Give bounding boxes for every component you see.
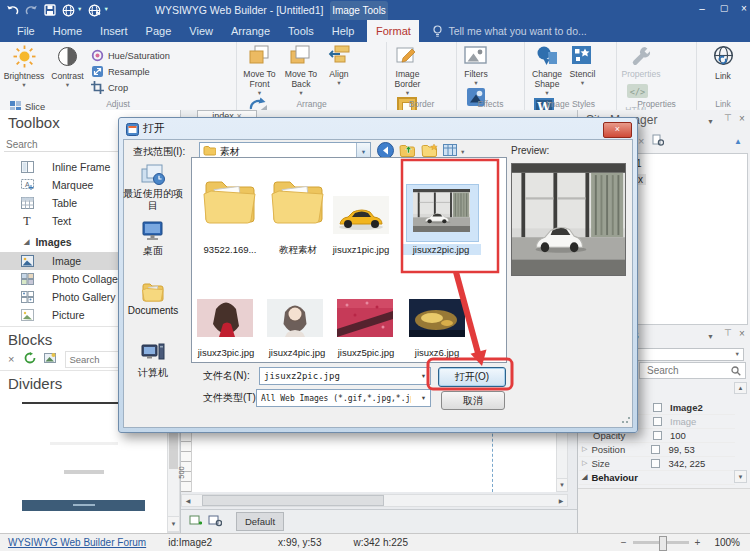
site-manager-pin-icon[interactable]: ⊤ [724, 113, 732, 123]
publish-globe-icon[interactable] [88, 4, 101, 17]
file-thumb-jisuxz4[interactable] [267, 299, 323, 337]
maximize-button[interactable]: ▢ [716, 3, 732, 13]
place-documents[interactable]: Documents [121, 281, 185, 316]
place-desktop[interactable]: 桌面 [121, 220, 185, 258]
resample-button[interactable]: Resample [91, 64, 170, 79]
save-icon[interactable] [44, 4, 56, 16]
file-name-label[interactable]: jisuxz6.jpg [407, 347, 467, 358]
canvas-scroll-down-icon[interactable]: ▼ [556, 478, 568, 492]
canvas-hscroll-thumb[interactable] [202, 495, 384, 506]
blocks-clear-icon[interactable]: × [8, 353, 14, 365]
property-row-position[interactable]: ▷Position99, 53 [579, 442, 735, 457]
file-name-label[interactable]: jisuxz5pic.jpg [333, 347, 399, 358]
expander-icon[interactable]: ▷ [582, 459, 587, 467]
file-name-label[interactable]: jisuxz1pic.jpg [327, 244, 395, 255]
file-folder-93522[interactable] [201, 172, 259, 230]
image-border-button[interactable]: Image Border▼ [391, 44, 424, 96]
blocks-image-icon[interactable] [44, 350, 57, 368]
file-thumb-jisuxz2-selected[interactable] [413, 189, 470, 232]
preview-globe-icon[interactable] [62, 4, 75, 17]
menu-file[interactable]: File [8, 20, 44, 42]
crop-button[interactable]: Crop [91, 80, 170, 95]
properties-search-input[interactable] [640, 364, 725, 377]
dialog-close-button[interactable]: × [603, 122, 632, 138]
site-manager-scroll-up-icon[interactable]: ▲ [734, 137, 742, 146]
context-tab-image-tools[interactable]: Image Tools [330, 1, 388, 20]
hue-saturation-button[interactable]: Hue/Saturation [91, 48, 170, 63]
stencil-button[interactable]: Stencil▼ [569, 44, 595, 86]
minimize-button[interactable]: – [694, 3, 710, 14]
file-name-label[interactable]: jisuxz3pic.jpg [193, 347, 259, 358]
file-name-label[interactable]: 教程素材 [265, 244, 331, 257]
property-section-behaviour[interactable]: ◢Behaviour [579, 470, 735, 485]
resize-grip[interactable] [621, 414, 631, 424]
menu-view[interactable]: View [180, 20, 222, 42]
open-button[interactable]: 打开(O) [438, 367, 506, 387]
canvas-scroll-left-icon[interactable]: ◀ [182, 497, 194, 504]
redo-icon[interactable] [25, 4, 38, 16]
properties-scroll-down-icon[interactable]: ▼ [734, 470, 747, 483]
move-to-back-button[interactable]: Move To Back▼ [282, 44, 319, 96]
menu-insert[interactable]: Insert [91, 20, 137, 42]
file-thumb-jisuxz5[interactable] [337, 299, 393, 337]
menu-tools[interactable]: Tools [279, 20, 323, 42]
place-recent[interactable]: 最近使用的项目 [121, 162, 185, 211]
page-properties-icon[interactable] [652, 132, 664, 150]
breakpoint-tab-default[interactable]: Default [236, 512, 284, 531]
file-type-caret-icon[interactable]: ▼ [417, 390, 430, 406]
forum-link[interactable]: WYSIWYG Web Builder Forum [8, 537, 146, 548]
file-name-combo[interactable]: jisuxz2pic.jpg ▼ [259, 367, 431, 385]
file-thumb-jisuxz1[interactable] [333, 196, 389, 234]
properties-pin-icon[interactable]: ⊤ [724, 328, 732, 338]
properties-search-box[interactable] [639, 362, 746, 379]
file-name-label[interactable]: jisuxz4pic.jpg [263, 347, 331, 358]
tellme-text[interactable]: Tell me what you want to do... [448, 25, 586, 37]
align-button[interactable]: Align▼ [324, 44, 354, 86]
manage-breakpoints-icon[interactable] [208, 513, 222, 531]
properties-scroll-up-icon[interactable]: ▲ [734, 382, 747, 394]
divider-sample-text[interactable] [64, 470, 104, 474]
selected-file-name-label[interactable]: jisuxz2pic.jpg [401, 244, 481, 255]
properties-button[interactable]: Properties [621, 44, 661, 80]
properties-menu-icon[interactable]: ▼ [707, 333, 714, 340]
file-type-combo[interactable]: All Web Images (*.gif,*.jpg,*.jpeg,*. ▼ [256, 389, 431, 407]
blocks-refresh-icon[interactable] [24, 350, 36, 368]
expander-icon[interactable]: ▷ [582, 445, 587, 453]
menu-arrange[interactable]: Arrange [222, 20, 279, 42]
divider-sample-faint[interactable] [50, 442, 118, 445]
menu-home[interactable]: Home [44, 20, 91, 42]
file-name-label[interactable]: 93522.169... [193, 244, 267, 255]
zoom-slider-thumb[interactable] [659, 536, 667, 551]
brightness-button[interactable]: Brightness▼ [4, 44, 44, 88]
filters-button[interactable]: Filters▼ [461, 44, 491, 86]
place-computer[interactable]: 计算机 [121, 342, 185, 380]
canvas-scroll-right-icon[interactable]: ▶ [555, 497, 567, 504]
file-thumb-jisuxz3[interactable] [197, 299, 253, 337]
properties-close-icon[interactable]: × [739, 328, 745, 339]
menu-format-active[interactable]: Format [367, 20, 419, 42]
divider-sample-bar[interactable] [22, 500, 145, 511]
cancel-button[interactable]: 取消 [441, 391, 505, 410]
file-thumb-jisuxz6[interactable] [409, 299, 465, 337]
file-name-caret-icon[interactable]: ▼ [417, 368, 430, 384]
delete-page-icon[interactable]: × [638, 136, 644, 147]
undo-icon[interactable] [6, 4, 19, 16]
property-row-size[interactable]: ▷Size342, 225 [579, 456, 735, 471]
site-manager-close-icon[interactable]: × [739, 113, 745, 124]
publish-caret-icon[interactable]: ▼ [103, 7, 108, 13]
zoom-in-icon[interactable]: + [695, 537, 701, 548]
toolbox-scroll-down-icon[interactable]: ▼ [167, 516, 180, 532]
link-button[interactable]: Link [701, 44, 745, 82]
preview-caret-icon[interactable]: ▼ [77, 7, 82, 13]
contrast-button[interactable]: Contrast▼ [48, 44, 86, 88]
close-button[interactable]: × [736, 3, 750, 14]
add-breakpoint-icon[interactable] [189, 513, 203, 531]
move-to-front-button[interactable]: Move To Front▼ [241, 44, 278, 96]
menu-help[interactable]: Help [323, 20, 364, 42]
canvas-hscrollbar[interactable]: ◀ ▶ [181, 494, 568, 507]
change-shape-button[interactable]: Change Shape▼ [529, 44, 565, 96]
menu-page[interactable]: Page [137, 20, 181, 42]
file-folder-jiaocheng[interactable] [269, 172, 327, 230]
site-manager-menu-icon[interactable]: ▼ [707, 118, 714, 125]
zoom-out-icon[interactable]: − [621, 537, 627, 548]
